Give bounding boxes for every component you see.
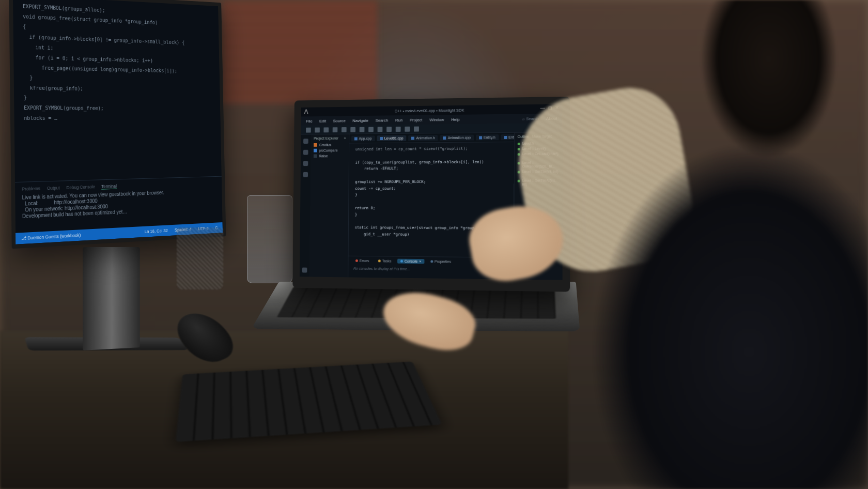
brick-wall — [222, 0, 377, 103]
toolbar-save-icon[interactable] — [315, 127, 320, 132]
toolbar-back-icon[interactable] — [405, 126, 410, 131]
menu-navigate[interactable]: Navigate — [352, 118, 368, 123]
toolbar-build-icon[interactable] — [333, 127, 338, 132]
menu-help[interactable]: Help — [451, 117, 459, 121]
toolbar-bookmark-icon[interactable] — [368, 127, 374, 132]
folder-icon — [314, 154, 317, 158]
tab-level01-cpp[interactable]: Level01.cpp — [377, 135, 406, 141]
menu-source[interactable]: Source — [333, 118, 345, 123]
tab-app-cpp[interactable]: App.cpp — [351, 135, 375, 141]
toolbar-new-icon[interactable] — [306, 127, 311, 132]
toolbar-debug-icon[interactable] — [342, 127, 347, 132]
folder-icon — [314, 143, 317, 147]
bottom-tab-tasks[interactable]: Tasks — [375, 258, 394, 263]
menu-run[interactable]: Run — [395, 118, 402, 123]
bottom-tab-console[interactable]: Console × — [397, 258, 424, 264]
file-icon — [443, 136, 446, 140]
explorer-close-icon[interactable]: × — [344, 136, 346, 140]
terminal-tab-debug[interactable]: Debug Console — [66, 184, 95, 190]
tab-entity-cpp[interactable]: Entity.cpp — [501, 134, 514, 141]
activity-git-icon[interactable] — [303, 161, 308, 166]
pen-cup — [177, 227, 223, 289]
terminal-tab-terminal[interactable]: Terminal — [101, 184, 117, 190]
tab-entity-h[interactable]: Entity.h — [476, 134, 499, 140]
activity-grid-icon[interactable] — [302, 268, 307, 273]
status-branch[interactable]: ⎇ Daemon Guests (workbook) — [21, 233, 81, 241]
toolbar-print-icon[interactable] — [323, 127, 329, 132]
explorer-item-piccompare[interactable]: picCompare — [314, 147, 346, 153]
activity-explorer-icon[interactable] — [303, 139, 308, 144]
tasks-icon — [378, 259, 381, 262]
ide-logo-icon: ⋀ — [304, 109, 308, 114]
bullet-icon — [518, 142, 520, 145]
external-monitor: EXPORT_SYMBOL(groups_alloc); void groups… — [9, 0, 226, 249]
activity-search-icon[interactable] — [303, 150, 308, 155]
code-line: EXPORT_SYMBOL(groups_free); — [24, 103, 212, 114]
ide-activity-bar — [300, 134, 311, 277]
menu-search[interactable]: Search — [375, 118, 388, 123]
ide-title: C++ • main/Level01.cpp • Moonlight SDK — [395, 108, 464, 113]
bottom-tab-errors[interactable]: Errors — [352, 258, 372, 263]
explorer-item-gradius[interactable]: Gradius — [314, 142, 346, 148]
file-icon — [411, 136, 414, 140]
toolbar-stop-icon[interactable] — [360, 127, 365, 132]
toolbar-link-icon[interactable] — [396, 126, 401, 131]
tab-animation-h[interactable]: Animation.h — [409, 135, 438, 141]
properties-icon — [430, 260, 433, 263]
tab-animation-cpp[interactable]: Animation.cpp — [440, 135, 474, 141]
file-icon — [479, 136, 482, 139]
water-glass — [247, 195, 292, 283]
bullet-icon — [518, 179, 520, 182]
file-icon — [354, 137, 358, 140]
monitor-code-editor: EXPORT_SYMBOL(groups_alloc); void groups… — [13, 0, 221, 130]
person-foreground — [537, 0, 868, 489]
menu-project[interactable]: Project — [410, 117, 423, 122]
file-icon — [504, 135, 507, 139]
activity-debug-icon[interactable] — [303, 172, 308, 177]
code-line: nblocks = … — [24, 113, 212, 124]
terminal-tab-problems[interactable]: Problems — [22, 186, 40, 192]
menu-edit[interactable]: Edit — [319, 118, 326, 123]
explorer-title: Project Explorer — [314, 136, 338, 140]
code-line: } — [24, 93, 212, 104]
terminal-tab-output[interactable]: Output — [47, 185, 60, 191]
explorer-item-raise[interactable]: Raise — [314, 153, 346, 159]
error-icon — [355, 259, 358, 262]
tab-close-icon[interactable]: × — [419, 259, 421, 263]
monitor-stand — [83, 247, 140, 350]
folder-icon — [314, 149, 317, 152]
file-icon — [380, 137, 383, 140]
toolbar-structure-icon[interactable] — [386, 127, 392, 132]
toolbar-forward-icon[interactable] — [414, 126, 419, 131]
toolbar-run-icon[interactable] — [350, 127, 355, 132]
menu-window[interactable]: Window — [429, 117, 444, 122]
project-explorer: Project Explorer × Gradius picCompare Ra… — [309, 134, 349, 278]
toolbar-search-icon[interactable] — [378, 127, 383, 132]
console-icon — [400, 259, 403, 262]
bottom-tab-properties[interactable]: Properties — [427, 259, 454, 264]
status-position[interactable]: Ln 16, Col 32 — [145, 228, 168, 234]
menu-file[interactable]: File — [306, 119, 312, 124]
